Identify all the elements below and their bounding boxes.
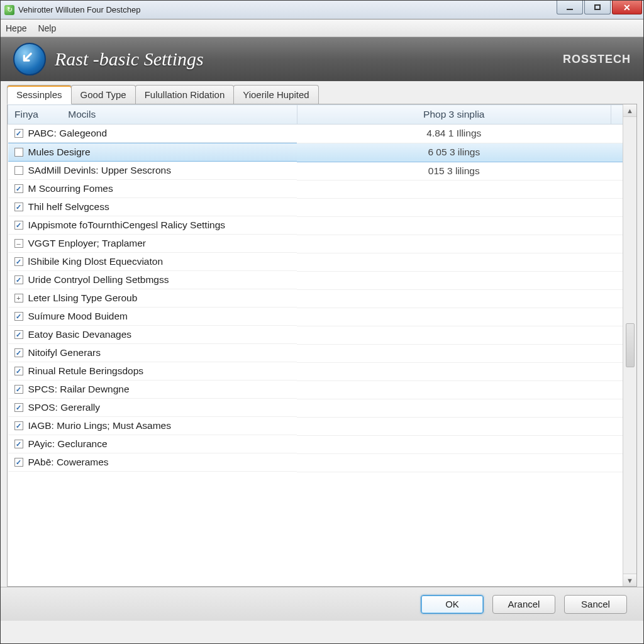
row-value [297, 253, 611, 271]
row-value [297, 380, 611, 399]
table-row[interactable]: M Scourring Fomes [8, 180, 636, 198]
tab-2[interactable]: Fulullation Ridation [135, 85, 235, 104]
row-name: M Scourring Fomes [28, 183, 113, 194]
row-checkbox[interactable] [14, 440, 23, 448]
scroll-down-icon[interactable]: ▼ [623, 574, 636, 586]
row-name: PAbē: Cowerames [28, 457, 109, 468]
table-row[interactable]: IAGB: Murio Lings; Must Asames [8, 417, 636, 435]
row-value [297, 289, 611, 308]
menu-item[interactable]: Nelp [38, 23, 56, 33]
row-value [297, 417, 611, 435]
ok-button[interactable]: OK [421, 595, 484, 614]
tab-1[interactable]: Good Type [71, 85, 136, 104]
settings-table: Finya Mocils Phop 3 sinplia PABC: Galege… [8, 104, 636, 472]
column-header-value[interactable]: Phop 3 sinplia [297, 105, 611, 125]
row-value: 6 05 3 ilings [297, 143, 611, 162]
tab-3[interactable]: Yioerile Hupited [233, 85, 318, 104]
sancel-button[interactable]: Sancel [564, 595, 627, 614]
arancel-button[interactable]: Arancel [492, 595, 555, 614]
table-row[interactable]: IAppismote foTournthiCengesl Ralicy Sett… [8, 216, 636, 235]
table-row[interactable]: Suímure Mood Buidem [8, 308, 636, 326]
titlebar: Vehirotter Willuten Four Destchep ✕ [1, 1, 643, 19]
row-value [297, 308, 611, 326]
row-checkbox[interactable] [14, 312, 23, 321]
row-name: lShibile King Dlost Equecviaton [28, 256, 164, 267]
row-name: Suímure Mood Buidem [28, 311, 128, 322]
row-value: 4.84 1 Illings [297, 125, 611, 143]
table-row[interactable]: Uride Contryol Delling Setbmgss [8, 271, 636, 289]
table-row[interactable]: VGGT Enployer; Traplamer [8, 235, 636, 253]
row-value [297, 435, 611, 453]
row-value [297, 235, 611, 253]
scroll-thumb[interactable] [626, 323, 635, 367]
table-row[interactable]: PAyic: Geclurance [8, 435, 636, 453]
column-header-label: Phop 3 sinplia [423, 109, 484, 119]
row-name: Eatoy Basic Devanages [28, 329, 132, 340]
row-value [297, 198, 611, 216]
row-checkbox[interactable] [14, 458, 23, 467]
row-value [297, 453, 611, 472]
row-value [297, 326, 611, 344]
row-value [297, 399, 611, 417]
row-checkbox[interactable] [14, 148, 23, 157]
app-icon [4, 5, 14, 15]
row-checkbox[interactable] [14, 348, 23, 357]
maximize-button[interactable] [584, 1, 611, 14]
row-name: Rinual Retule Beringsdops [28, 365, 144, 377]
row-name: Mules Desigre [28, 147, 91, 158]
row-checkbox[interactable] [14, 421, 23, 430]
row-name: Thil helf Selvgcess [28, 201, 109, 213]
row-name: SPOS: Gererally [28, 402, 101, 413]
table-row[interactable]: SAdMill Devinls: Upper Sescrons015 3 lil… [8, 162, 636, 180]
row-name: IAppismote foTournthiCengesl Ralicy Sett… [28, 219, 226, 231]
row-name: SAdMill Devinls: Upper Sescrons [28, 165, 171, 176]
row-checkbox[interactable] [14, 330, 23, 339]
column-header-name[interactable]: Finya Mocils [8, 105, 297, 125]
window-title: Vehirotter Willuten Four Destchep [18, 5, 140, 14]
dialog-footer: OK Arancel Sancel [1, 587, 643, 621]
row-checkbox[interactable] [14, 203, 23, 211]
row-name: IAGB: Murio Lings; Must Asames [28, 420, 171, 431]
row-value [297, 271, 611, 289]
row-checkbox[interactable] [14, 239, 23, 248]
table-row[interactable]: PAbē: Cowerames [8, 453, 636, 472]
menu-item[interactable]: Hepe [6, 23, 26, 33]
scroll-up-icon[interactable]: ▲ [623, 104, 636, 117]
table-row[interactable]: SPOS: Gererally [8, 399, 636, 417]
row-checkbox[interactable] [14, 385, 23, 394]
table-row[interactable]: Nitoifyl Generars [8, 344, 636, 362]
menubar: Hepe Nelp [1, 19, 643, 37]
table-row[interactable]: Mules Desigre6 05 3 ilings [8, 143, 636, 162]
row-value [297, 216, 611, 235]
table-row[interactable]: Rinual Retule Beringsdops [8, 362, 636, 380]
tabs-container: SessinplesGood TypeFulullation RidationY… [1, 81, 643, 587]
row-checkbox[interactable] [14, 275, 23, 284]
brand-logo: ROSSTECH [563, 53, 631, 66]
row-checkbox[interactable] [14, 294, 23, 303]
row-checkbox[interactable] [14, 129, 23, 138]
row-checkbox[interactable] [14, 367, 23, 375]
table-row[interactable]: Eatoy Basic Devanages [8, 326, 636, 344]
row-name: Uride Contryol Delling Setbmgss [28, 274, 169, 286]
row-checkbox[interactable] [14, 221, 23, 230]
table-row[interactable]: lShibile King Dlost Equecviaton [8, 253, 636, 271]
table-row[interactable]: Thil helf Selvgcess [8, 198, 636, 216]
row-checkbox[interactable] [14, 257, 23, 266]
row-checkbox[interactable] [14, 166, 23, 175]
row-name: Leter Llsing Type Geroub [28, 292, 138, 304]
tab-panel: Finya Mocils Phop 3 sinplia PABC: Galege… [7, 104, 637, 587]
row-value: 015 3 lilings [297, 162, 611, 180]
row-name: PAyic: Geclurance [28, 438, 108, 450]
row-checkbox[interactable] [14, 403, 23, 412]
table-row[interactable]: SPCS: Railar Dewngne [8, 380, 636, 399]
minimize-button[interactable] [557, 1, 583, 14]
row-value [297, 180, 611, 198]
tab-0[interactable]: Sessinples [7, 85, 72, 104]
column-header-label: Mocils [68, 109, 96, 119]
window-controls: ✕ [557, 1, 643, 19]
table-row[interactable]: Leter Llsing Type Geroub [8, 289, 636, 308]
row-checkbox[interactable] [14, 184, 23, 193]
vertical-scrollbar[interactable]: ▲ ▼ [623, 104, 636, 586]
close-button[interactable]: ✕ [612, 1, 642, 14]
table-row[interactable]: PABC: Galegeond4.84 1 Illings [8, 125, 636, 143]
